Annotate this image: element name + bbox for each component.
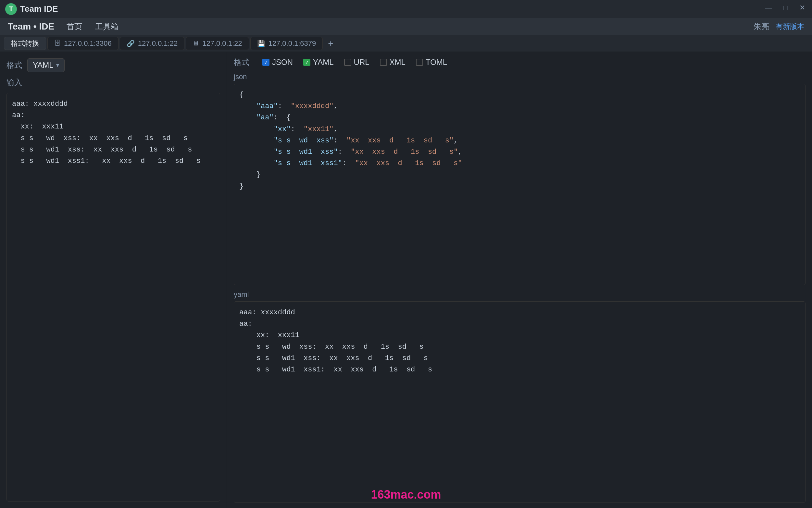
check-xml-label: XML <box>390 58 405 67</box>
db-icon-6379: 💾 <box>257 40 265 47</box>
minimize-button[interactable]: — <box>764 3 773 12</box>
checkbox-json[interactable]: ✓ <box>262 59 269 66</box>
right-panel: 格式 ✓ JSON ✓ YAML URL XML TOML <box>227 52 812 508</box>
menu-bar-left: Team • IDE 首页 工具箱 <box>8 19 124 34</box>
tab-bar: 格式转换 🗄 127.0.0.1:3306 🔗 127.0.0.1:22 🖥 1… <box>0 35 812 52</box>
checkbox-xml[interactable] <box>380 59 387 66</box>
tab-monitor-22-label: 127.0.0.1:22 <box>202 39 242 48</box>
check-yaml[interactable]: ✓ YAML <box>303 58 334 67</box>
check-url[interactable]: URL <box>344 58 370 67</box>
chevron-down-icon: ▾ <box>56 61 59 69</box>
close-button[interactable]: ✕ <box>798 3 807 12</box>
app-icon: T <box>5 3 17 15</box>
format-checks-label: 格式 <box>234 57 249 68</box>
tab-format-convert-label: 格式转换 <box>11 39 39 48</box>
menu-item-tools[interactable]: 工具箱 <box>89 19 124 34</box>
maximize-button[interactable]: □ <box>781 3 790 12</box>
check-url-label: URL <box>354 58 370 67</box>
tab-ssh-22-1[interactable]: 🔗 127.0.0.1:22 <box>120 37 184 50</box>
check-yaml-label: YAML <box>313 58 334 67</box>
app-name-badge: Team • IDE <box>8 22 54 32</box>
json-output-section: json { "aaa": "xxxxdddd", "aa": { "xx": … <box>234 73 806 285</box>
app-title: Team IDE <box>20 4 58 14</box>
tab-format-convert[interactable]: 格式转换 <box>4 37 46 50</box>
tab-db-3306[interactable]: 🗄 127.0.0.1:3306 <box>47 37 118 50</box>
title-bar: T Team IDE — □ ✕ <box>0 0 812 18</box>
tab-db-6379[interactable]: 💾 127.0.0.1:6379 <box>250 37 323 50</box>
menu-bar-right: 朱亮 有新版本 <box>753 22 804 32</box>
format-label: 格式 <box>6 60 22 71</box>
json-section-label: json <box>234 73 806 81</box>
format-checks: 格式 ✓ JSON ✓ YAML URL XML TOML <box>234 57 806 68</box>
left-panel: 格式 YAML ▾ 输入 aaa: xxxxdddd aa: xx: xxx11… <box>0 52 227 508</box>
db-icon-3306: 🗄 <box>54 40 61 47</box>
json-output-code[interactable]: { "aaa": "xxxxdddd", "aa": { "xx": "xxx1… <box>234 84 806 285</box>
checkbox-url[interactable] <box>344 59 351 66</box>
check-toml-label: TOML <box>426 58 447 67</box>
tab-monitor-22[interactable]: 🖥 127.0.0.1:22 <box>186 37 249 50</box>
title-bar-controls: — □ ✕ <box>764 3 807 12</box>
input-textarea[interactable]: aaa: xxxxdddd aa: xx: xxx11 s s wd xss: … <box>6 93 220 502</box>
checkbox-toml[interactable] <box>416 59 423 66</box>
check-toml[interactable]: TOML <box>416 58 447 67</box>
checkbox-yaml[interactable]: ✓ <box>303 59 310 66</box>
format-select-dropdown[interactable]: YAML ▾ <box>27 58 65 72</box>
menu-bar: Team • IDE 首页 工具箱 朱亮 有新版本 <box>0 18 812 35</box>
yaml-output-code[interactable]: aaa: xxxxdddd aa: xx: xxx11 s s wd xss: … <box>234 301 806 503</box>
format-select-value: YAML <box>33 61 53 70</box>
format-row: 格式 YAML ▾ <box>6 58 220 72</box>
tab-ssh-22-1-label: 127.0.0.1:22 <box>138 39 178 48</box>
yaml-output-section: yaml aaa: xxxxdddd aa: xx: xxx11 s s wd … <box>234 290 806 503</box>
update-label[interactable]: 有新版本 <box>776 22 804 32</box>
username-label: 朱亮 <box>753 22 769 32</box>
main-layout: 格式 YAML ▾ 输入 aaa: xxxxdddd aa: xx: xxx11… <box>0 52 812 508</box>
check-xml[interactable]: XML <box>380 58 405 67</box>
tab-db-6379-label: 127.0.0.1:6379 <box>269 39 316 48</box>
yaml-section-label: yaml <box>234 290 806 299</box>
add-tab-button[interactable]: + <box>324 37 337 50</box>
monitor-icon-22: 🖥 <box>193 40 199 47</box>
chain-icon-22-1: 🔗 <box>127 40 135 47</box>
input-label: 输入 <box>6 77 220 88</box>
menu-item-home[interactable]: 首页 <box>61 19 88 34</box>
check-json-label: JSON <box>272 58 293 67</box>
tab-db-3306-label: 127.0.0.1:3306 <box>64 39 112 48</box>
title-bar-left: T Team IDE <box>5 3 58 15</box>
check-json[interactable]: ✓ JSON <box>262 58 293 67</box>
